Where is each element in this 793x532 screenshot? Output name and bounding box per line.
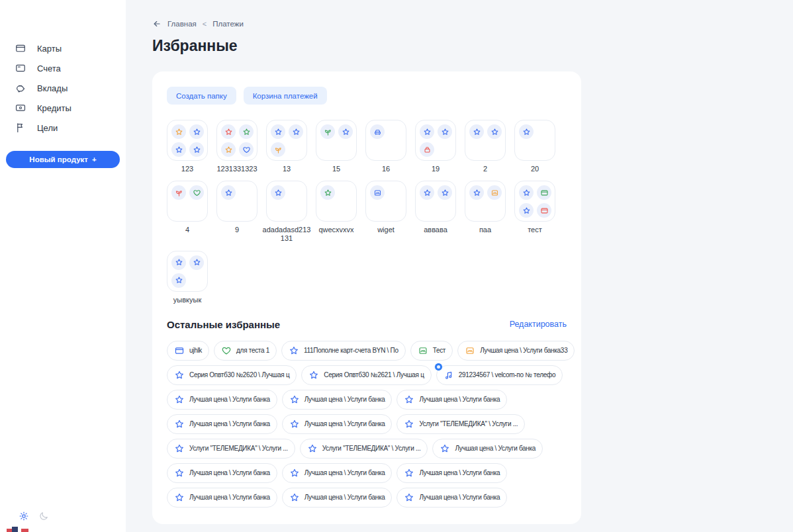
folder-cell: 4 [167, 181, 216, 243]
folder-tile[interactable] [415, 181, 456, 222]
star-icon [171, 124, 186, 139]
star-icon [174, 492, 185, 503]
favorite-chip[interactable]: Услуги "ТЕЛЕМЕДИКА" \ Услуги ... [396, 414, 525, 434]
sidebar-item-label: Карты [37, 44, 62, 54]
main-content: Главная < Платежи Избранные Создать папк… [126, 0, 793, 532]
favorite-chip[interactable]: Серия Опвтб30 №2620 \ Лучшая ц [167, 365, 297, 385]
folder-tile[interactable] [465, 181, 506, 222]
favorites-row: Лучшая цена \ Услуги банкаЛучшая цена \ … [167, 463, 567, 483]
folder-name: 15 [312, 165, 361, 173]
sidebar-item-goals[interactable]: Цели [0, 118, 126, 138]
arrow-left-icon[interactable] [152, 19, 162, 28]
favorite-chip[interactable]: Лучшая цена \ Услуги банка [282, 463, 393, 483]
favorite-label: Лучшая цена \ Услуги банка33 [480, 347, 567, 354]
folder-tile[interactable] [216, 120, 257, 161]
favorite-chip[interactable]: 111Пополне карт-счета BYN \ По [281, 341, 406, 361]
folder-tile[interactable] [266, 120, 307, 161]
folder-tile[interactable] [216, 181, 257, 222]
favorites-row: Лучшая цена \ Услуги банкаЛучшая цена \ … [167, 414, 567, 434]
star-icon [171, 273, 186, 288]
favorite-chip[interactable]: Лучшая цена \ Услуги банка [282, 488, 393, 508]
favorite-chip[interactable]: Лучшая цена \ Услуги банка [167, 414, 277, 434]
folder-tile[interactable] [167, 251, 208, 292]
folder-tile[interactable] [167, 181, 208, 222]
star-icon [271, 185, 285, 200]
folder-name: тест [510, 226, 559, 234]
favorite-chip[interactable]: Лучшая цена \ Услуги банка [167, 390, 277, 410]
edit-link[interactable]: Редактировать [510, 320, 567, 329]
card-icon [174, 345, 185, 356]
folder-name: adadadasd213131 [262, 226, 311, 243]
folder-cell: уывкуык [167, 251, 216, 304]
favorite-label: Лучшая цена \ Услуги банка [304, 420, 385, 427]
favorite-chip[interactable]: 291234567 \ velcom-по № телефо [436, 365, 563, 385]
card-icon [537, 203, 551, 218]
app-root: КартыСчетаВкладыКредитыЦели Новый продук… [0, 0, 793, 532]
sidebar-item-cards[interactable]: Карты [0, 38, 126, 58]
favorite-chip[interactable]: Лучшая цена \ Услуги банка [167, 488, 277, 508]
favorite-chip[interactable]: Услуги "ТЕЛЕМЕДИКА" \ Услуги ... [167, 439, 295, 459]
favorite-label: Услуги "ТЕЛЕМЕДИКА" \ Услуги ... [322, 445, 421, 452]
folder-tile[interactable] [316, 181, 357, 222]
sidebar-item-accounts[interactable]: Счета [0, 58, 126, 78]
star-icon [189, 142, 204, 157]
folder-cell: тест [514, 181, 564, 243]
favorite-chip[interactable]: Тест [410, 341, 453, 361]
folder-tile[interactable] [266, 181, 307, 222]
favorites-row: Серия Опвтб30 №2620 \ Лучшая цСерия Опвт… [167, 365, 567, 385]
favorite-chip[interactable]: Лучшая цена \ Услуги банка [282, 414, 393, 434]
folder-name: 9 [212, 226, 261, 234]
flag-icon [15, 122, 26, 134]
sidebar-nav: КартыСчетаВкладыКредитыЦели [0, 38, 126, 138]
favorite-label: Услуги "ТЕЛЕМЕДИКА" \ Услуги ... [189, 445, 288, 452]
folder-tile[interactable] [415, 120, 456, 161]
favorite-label: Лучшая цена \ Услуги банка [304, 469, 385, 476]
folder-cell: 9 [216, 181, 266, 243]
folder-cell: паа [465, 181, 514, 243]
folder-tile[interactable] [514, 120, 555, 161]
favorite-chip[interactable]: ujhlk [167, 341, 209, 361]
notification-badge [434, 363, 443, 371]
moon-icon[interactable] [38, 511, 49, 521]
new-product-button[interactable]: Новый продукт + [6, 151, 120, 168]
payment-cart-button[interactable]: Корзина платежей [244, 87, 327, 105]
favorite-chip[interactable]: Лучшая цена \ Услуги банка [396, 488, 507, 508]
folder-tile[interactable] [316, 120, 357, 161]
favorite-label: Тест [433, 347, 446, 354]
star-icon [420, 124, 434, 139]
folder-tile[interactable] [167, 120, 208, 161]
folder-cell: qwecxvxvx [316, 181, 365, 243]
favorite-chip[interactable]: Серия Опвтб30 №2621 \ Лучшая ц [301, 365, 431, 385]
folder-tile[interactable] [514, 181, 555, 222]
favorite-chip[interactable]: Лучшая цена \ Услуги банка [432, 439, 543, 459]
folder-name: аввава [411, 226, 460, 234]
favorite-chip[interactable]: Лучшая цена \ Услуги банка [396, 390, 507, 410]
breadcrumb-home[interactable]: Главная [167, 20, 197, 28]
favorite-chip[interactable]: Лучшая цена \ Услуги банка [396, 463, 507, 483]
folder-cell: adadadasd213131 [266, 181, 316, 243]
favorite-chip[interactable]: для теста 1 [214, 341, 277, 361]
folder-tile[interactable] [365, 120, 406, 161]
favorite-label: 291234567 \ velcom-по № телефо [459, 371, 556, 378]
create-folder-button[interactable]: Создать папку [167, 87, 236, 105]
favorite-chip[interactable]: Услуги "ТЕЛЕМЕДИКА" \ Услуги ... [300, 439, 428, 459]
star-icon [420, 185, 434, 200]
sidebar-item-credits[interactable]: Кредиты [0, 98, 126, 118]
star-icon [174, 370, 185, 380]
star-icon [189, 124, 204, 139]
card-icon [15, 42, 26, 54]
favorite-label: Серия Опвтб30 №2620 \ Лучшая ц [189, 371, 289, 378]
star-icon [271, 124, 285, 139]
folder-tile[interactable] [365, 181, 406, 222]
theme-toggle [19, 511, 49, 521]
sun-icon[interactable] [19, 511, 29, 521]
breadcrumb-payments[interactable]: Платежи [212, 20, 244, 28]
favorite-chip[interactable]: Лучшая цена \ Услуги банка [282, 390, 393, 410]
image-icon [370, 185, 385, 200]
folders-row: 123123133132313151619220 [167, 120, 567, 173]
sidebar-item-deposits[interactable]: Вклады [0, 78, 126, 98]
favorite-chip[interactable]: Лучшая цена \ Услуги банка33 [457, 341, 575, 361]
folder-tile[interactable] [465, 120, 506, 161]
folder-cell: 13 [266, 120, 316, 173]
favorite-chip[interactable]: Лучшая цена \ Услуги банка [167, 463, 277, 483]
